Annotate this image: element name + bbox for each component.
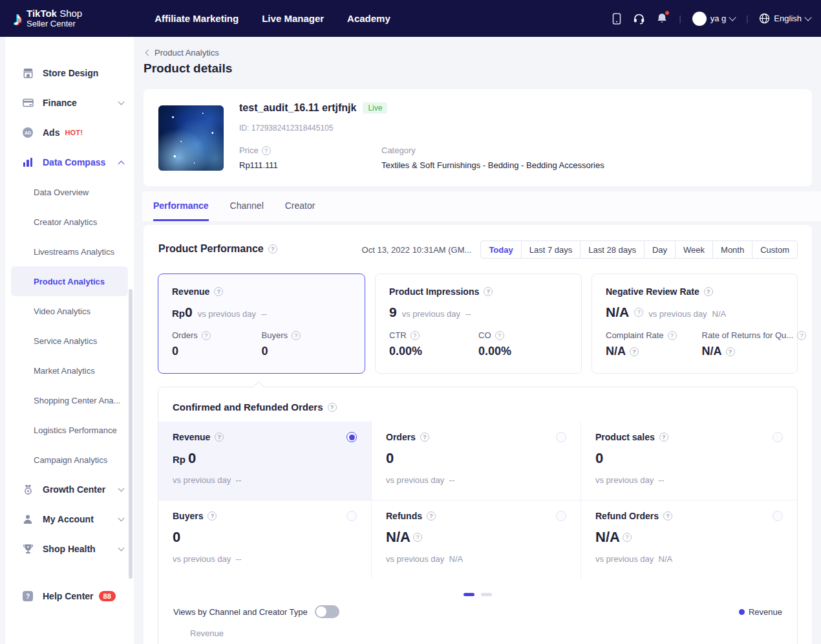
range-day-button[interactable]: Day bbox=[644, 241, 676, 259]
buyers-radio[interactable] bbox=[347, 511, 357, 521]
cell-orders[interactable]: Orders? 0 vs previous day -- bbox=[372, 422, 581, 500]
sidebar-item-campaign-analytics[interactable]: Campaign Analytics bbox=[5, 445, 134, 475]
refunds-radio[interactable] bbox=[556, 511, 566, 521]
tab-channel[interactable]: Channel bbox=[230, 200, 264, 221]
support-headset-icon[interactable] bbox=[633, 12, 646, 25]
help-icon[interactable]: ? bbox=[630, 347, 639, 356]
cell-refunds[interactable]: Refunds? N/A? vs previous day N/A bbox=[372, 500, 581, 579]
price-value: Rp111.111 bbox=[239, 160, 278, 170]
nav-link-affiliate-marketing[interactable]: Affiliate Marketing bbox=[155, 13, 239, 24]
brand-line2: Seller Center bbox=[27, 19, 82, 29]
metric-card-revenue[interactable]: Revenue? Rp0 vs previous day -- Orders? … bbox=[158, 274, 365, 374]
cell-buyers[interactable]: Buyers? 0 vs previous day -- bbox=[158, 500, 372, 579]
brand-logo[interactable]: ♪ TikTok Shop Seller Center bbox=[13, 8, 82, 28]
sidebar-item-my-account[interactable]: My Account bbox=[5, 504, 134, 534]
range-month-button[interactable]: Month bbox=[712, 241, 752, 259]
help-icon[interactable]: ? bbox=[208, 511, 217, 521]
help-icon[interactable]: ? bbox=[268, 244, 277, 253]
sidebar-item-video-analytics[interactable]: Video Analytics bbox=[5, 296, 134, 326]
brand-name-rest: Shop bbox=[57, 8, 82, 19]
user-name: ya g bbox=[710, 14, 727, 23]
views-by-channel-toggle[interactable] bbox=[315, 605, 339, 618]
tab-strip: Performance Channel Creator bbox=[142, 191, 821, 221]
nav-link-live-manager[interactable]: Live Manager bbox=[262, 13, 324, 24]
cell-refund-orders[interactable]: Refund Orders? N/A? vs previous day N/A bbox=[581, 500, 797, 579]
help-icon[interactable]: ? bbox=[413, 533, 422, 542]
help-icon[interactable]: ? bbox=[214, 287, 223, 296]
chart-legend: Revenue bbox=[739, 607, 782, 617]
range-custom-button[interactable]: Custom bbox=[752, 241, 798, 259]
help-icon[interactable]: ? bbox=[495, 331, 504, 340]
globe-icon bbox=[759, 13, 770, 24]
help-icon[interactable]: ? bbox=[704, 287, 713, 296]
help-icon[interactable]: ? bbox=[797, 331, 806, 340]
user-menu[interactable]: ya g bbox=[692, 12, 736, 26]
range-today-button[interactable]: Today bbox=[480, 241, 521, 259]
sidebar-item-help-center[interactable]: ? Help Center 88 bbox=[5, 581, 134, 611]
sidebar-item-ads[interactable]: AD Ads HOT! bbox=[5, 118, 134, 147]
notifications-bell-icon[interactable] bbox=[656, 12, 668, 25]
product-info-card: test_audit_16.11 ertjfnjk Live ID: 17293… bbox=[144, 89, 812, 186]
help-icon[interactable]: ? bbox=[410, 331, 420, 340]
help-icon[interactable]: ? bbox=[659, 433, 668, 442]
refund-orders-radio[interactable] bbox=[773, 511, 783, 521]
help-icon[interactable]: ? bbox=[668, 331, 677, 340]
help-icon[interactable]: ? bbox=[328, 403, 337, 412]
status-badge: Live bbox=[363, 102, 387, 114]
user-avatar bbox=[692, 12, 707, 26]
help-icon[interactable]: ? bbox=[420, 433, 429, 442]
sidebar-item-growth-center[interactable]: Growth Center bbox=[5, 475, 134, 504]
help-icon[interactable]: ? bbox=[484, 287, 493, 296]
help-icon[interactable]: ? bbox=[726, 347, 735, 356]
product-performance-card: Product Performance ? Oct 13, 2022 10:31… bbox=[144, 225, 812, 644]
help-icon[interactable]: ? bbox=[215, 433, 224, 442]
product-sales-radio[interactable] bbox=[773, 432, 783, 442]
sidebar-item-finance[interactable]: Finance bbox=[5, 88, 134, 118]
orders-radio[interactable] bbox=[556, 432, 566, 442]
metric-card-negative-review-rate[interactable]: Negative Review Rate? N/A ? vs previous … bbox=[592, 274, 798, 374]
sidebar-item-data-compass[interactable]: Data Compass bbox=[5, 147, 134, 177]
page-dot-1[interactable] bbox=[464, 593, 474, 596]
brand-name-bold: TikTok bbox=[27, 8, 57, 19]
help-icon[interactable]: ? bbox=[663, 511, 672, 521]
range-week-button[interactable]: Week bbox=[675, 241, 713, 259]
sidebar-item-store-design[interactable]: Store Design bbox=[5, 58, 134, 88]
sidebar-item-data-overview[interactable]: Data Overview bbox=[5, 177, 134, 207]
sidebar-item-livestreams-analytics[interactable]: Livestreams Analytics bbox=[5, 237, 134, 266]
sidebar-item-service-analytics[interactable]: Service Analytics bbox=[5, 326, 134, 356]
revenue-radio[interactable] bbox=[347, 432, 357, 442]
help-icon[interactable]: ? bbox=[262, 146, 271, 155]
sidebar-item-market-analytics[interactable]: Market Analytics bbox=[5, 356, 134, 385]
sidebar-item-creator-analytics[interactable]: Creator Analytics bbox=[5, 207, 134, 237]
range-last7-button[interactable]: Last 7 days bbox=[521, 241, 581, 259]
cell-revenue[interactable]: Revenue? Rp0 vs previous day -- bbox=[158, 422, 372, 500]
views-toggle-label: Views by Channel and Creator Type bbox=[173, 607, 308, 617]
tab-performance[interactable]: Performance bbox=[153, 200, 209, 221]
performance-title: Product Performance bbox=[158, 243, 264, 255]
person-icon bbox=[22, 513, 34, 525]
sidebar-item-shopping-center-analytics[interactable]: Shopping Center Ana... bbox=[5, 385, 134, 415]
language-selector[interactable]: English bbox=[759, 13, 811, 24]
help-icon: ? bbox=[22, 590, 34, 602]
help-icon[interactable]: ? bbox=[202, 331, 211, 340]
help-icon[interactable]: ? bbox=[623, 533, 632, 542]
legend-label: Revenue bbox=[749, 607, 782, 617]
chevron-down-icon bbox=[118, 485, 125, 491]
metric-card-product-impressions[interactable]: Product Impressions? 9 vs previous day -… bbox=[375, 274, 582, 374]
help-icon[interactable]: ? bbox=[427, 511, 436, 521]
nav-link-academy[interactable]: Academy bbox=[347, 13, 390, 24]
data-compass-icon bbox=[22, 156, 34, 168]
sidebar-item-logistics-performance[interactable]: Logistics Performance bbox=[5, 415, 134, 445]
help-icon[interactable]: ? bbox=[634, 308, 643, 317]
sidebar-scrollbar[interactable] bbox=[129, 289, 133, 579]
tab-creator[interactable]: Creator bbox=[285, 200, 315, 221]
sidebar-item-shop-health[interactable]: Shop Health bbox=[5, 534, 134, 564]
store-icon bbox=[22, 67, 34, 79]
page-dot-2[interactable] bbox=[481, 593, 492, 596]
mobile-app-icon[interactable] bbox=[610, 12, 623, 25]
sidebar-item-product-analytics[interactable]: Product Analytics bbox=[11, 266, 128, 296]
range-last28-button[interactable]: Last 28 days bbox=[580, 241, 645, 259]
breadcrumb[interactable]: Product Analytics bbox=[146, 48, 219, 58]
help-icon[interactable]: ? bbox=[292, 331, 301, 340]
cell-product-sales[interactable]: Product sales? 0 vs previous day -- bbox=[581, 422, 797, 500]
